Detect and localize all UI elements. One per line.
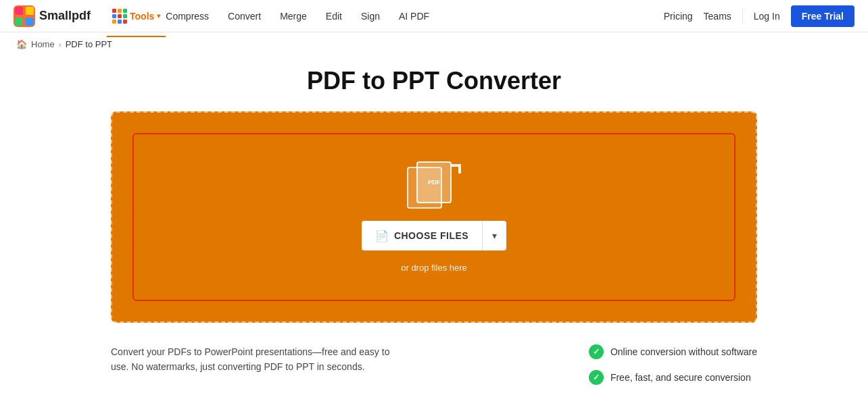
logo-icon	[14, 5, 35, 27]
nav-sign[interactable]: Sign	[361, 11, 380, 22]
tools-button[interactable]: Tools ▾	[107, 5, 166, 28]
nav-pricing[interactable]: Pricing	[664, 11, 693, 22]
nav-compress[interactable]: Compress	[166, 11, 209, 22]
chevron-down-icon: ▾	[157, 12, 160, 20]
feature-label-1: Online conversion without software	[610, 346, 757, 357]
logo-text: Smallpdf	[39, 9, 91, 23]
header: Smallpdf Tools ▾ Compress Convert Merge …	[0, 0, 868, 32]
choose-files-label: CHOOSE FILES	[394, 230, 468, 241]
home-icon: 🏠	[16, 39, 27, 49]
feature-item-1: ✓ Online conversion without software	[589, 344, 757, 359]
nav-divider	[742, 8, 743, 24]
svg-rect-2	[26, 7, 34, 15]
nav-convert[interactable]: Convert	[228, 11, 261, 22]
file-icon: 📄	[375, 230, 389, 242]
svg-marker-5	[449, 164, 461, 176]
nav-teams[interactable]: Teams	[704, 11, 731, 22]
pdf-label: PDF	[428, 179, 440, 186]
login-button[interactable]: Log In	[754, 11, 780, 22]
pdf-arrow-icon	[446, 164, 461, 179]
feature-item-2: ✓ Free, fast, and secure conversion	[589, 370, 757, 385]
upload-container: PDF 📄 CHOOSE FILES ▾ or drop files here	[111, 111, 757, 323]
page-title: PDF to PPT Converter	[0, 67, 868, 95]
drop-hint: or drop files here	[401, 263, 467, 273]
features-list: ✓ Online conversion without software ✓ F…	[589, 344, 757, 395]
nav-merge[interactable]: Merge	[280, 11, 307, 22]
feature-label-2: Free, fast, and secure conversion	[610, 372, 751, 383]
nav-right: Pricing Teams Log In Free Trial	[664, 5, 854, 27]
grid-icon	[112, 9, 127, 24]
nav-ai-pdf[interactable]: AI PDF	[399, 11, 429, 22]
features-description: Convert your PDFs to PowerPoint presenta…	[111, 344, 408, 375]
drop-zone[interactable]: PDF 📄 CHOOSE FILES ▾ or drop files here	[132, 133, 736, 301]
svg-rect-3	[15, 18, 23, 26]
free-trial-button[interactable]: Free Trial	[791, 5, 854, 27]
features-section: Convert your PDFs to PowerPoint presenta…	[0, 323, 868, 395]
svg-rect-4	[26, 18, 34, 26]
logo[interactable]: Smallpdf	[14, 5, 91, 27]
tools-label: Tools	[130, 11, 154, 22]
choose-files-button[interactable]: 📄 CHOOSE FILES ▾	[362, 221, 506, 251]
features-left: Convert your PDFs to PowerPoint presenta…	[111, 344, 548, 375]
breadcrumb-current: PDF to PPT	[66, 39, 112, 49]
dropdown-chevron-icon[interactable]: ▾	[483, 222, 506, 249]
breadcrumb-chevron: ›	[59, 40, 62, 49]
page-title-section: PDF to PPT Converter	[0, 56, 868, 111]
check-icon-1: ✓	[589, 344, 604, 359]
pdf-icon-area: PDF	[407, 161, 461, 209]
nav-edit[interactable]: Edit	[326, 11, 342, 22]
breadcrumb-home[interactable]: Home	[31, 39, 55, 49]
check-icon-2: ✓	[589, 370, 604, 385]
svg-rect-1	[15, 7, 23, 15]
choose-files-main: 📄 CHOOSE FILES	[362, 221, 482, 251]
main-nav: Compress Convert Merge Edit Sign AI PDF	[166, 11, 663, 22]
